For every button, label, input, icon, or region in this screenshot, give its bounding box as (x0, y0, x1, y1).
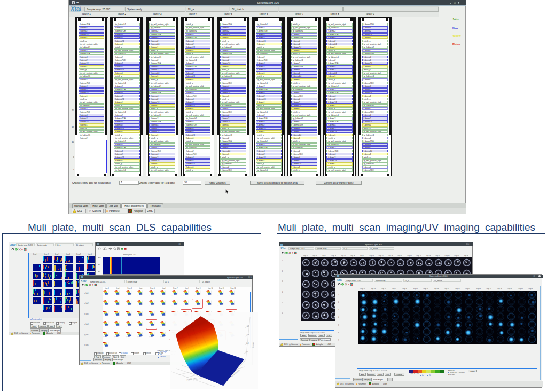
svg-text:0.4: 0.4 (246, 342, 249, 344)
svg-text:0.2: 0.2 (246, 351, 248, 353)
svg-text:Intensity: Intensity (252, 342, 254, 348)
svg-text:0.8: 0.8 (247, 325, 249, 327)
svg-text:0.6: 0.6 (247, 334, 249, 336)
